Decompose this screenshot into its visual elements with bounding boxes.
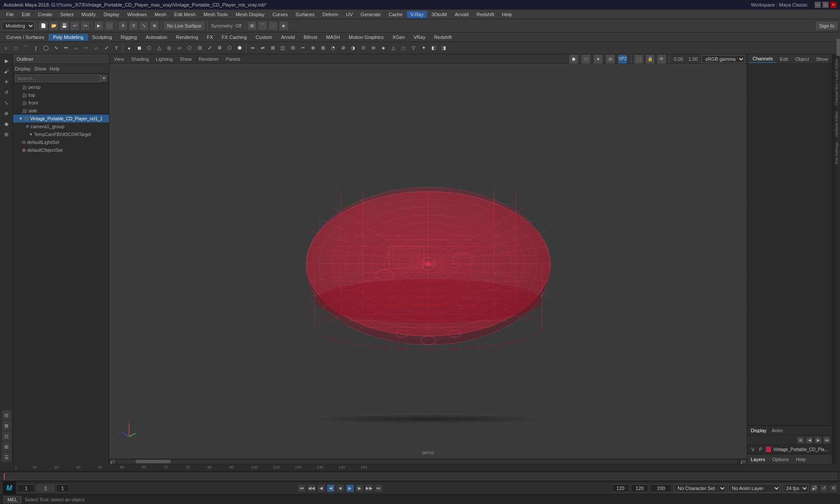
- svg-btn[interactable]: ⬢: [235, 43, 245, 53]
- menu-3dtoall[interactable]: 3DtoAll: [428, 11, 450, 18]
- gear-btn[interactable]: ⚙: [215, 43, 224, 53]
- quick-layout-5[interactable]: ☰: [2, 452, 11, 462]
- sphere-btn[interactable]: ●: [124, 43, 134, 53]
- edge-tab-tool[interactable]: Tool Settings: [833, 140, 840, 168]
- quadrangulate-btn[interactable]: □: [399, 43, 408, 53]
- menu-modify[interactable]: Modify: [78, 11, 99, 18]
- outliner-item-side[interactable]: 🎥 side: [13, 107, 109, 115]
- bridge-btn[interactable]: ⇌: [258, 43, 267, 53]
- offset-btn[interactable]: ⊙: [358, 43, 368, 53]
- snap-grid-btn[interactable]: ⊞: [247, 21, 257, 31]
- play-back-btn[interactable]: ◀: [327, 484, 335, 492]
- gamma-dropdown[interactable]: sRGB gamma: [701, 55, 745, 63]
- tab-poly-modeling[interactable]: Poly Modeling: [49, 34, 88, 41]
- cleanup-btn[interactable]: ✦: [419, 43, 428, 53]
- vp-lock-btn[interactable]: 🔒: [645, 54, 655, 64]
- layer-next-btn[interactable]: ▶: [815, 437, 822, 444]
- menu-vray-badge[interactable]: V-Ray: [407, 11, 427, 18]
- menu-meshdisplay[interactable]: Mesh Display: [232, 11, 268, 18]
- pencil-btn[interactable]: ✏: [61, 43, 71, 53]
- object-tab[interactable]: Object: [791, 56, 812, 63]
- go-to-end-btn[interactable]: ⏭: [375, 484, 383, 492]
- playback-settings-btn[interactable]: ⚙: [830, 484, 837, 492]
- anim-layer-dropdown[interactable]: No Anim Layer: [728, 484, 780, 493]
- show-manip-tool[interactable]: ⊞: [2, 130, 11, 139]
- current-frame-input[interactable]: [37, 484, 54, 492]
- tab-motion-graphics[interactable]: Motion Graphics: [344, 34, 388, 41]
- cube-btn[interactable]: ◼: [134, 43, 144, 53]
- arc-icon-btn[interactable]: ⌒: [21, 43, 31, 53]
- menu-meshtools[interactable]: Mesh Tools: [200, 11, 231, 18]
- hscroll-thumb[interactable]: [136, 460, 171, 463]
- next-frame-btn[interactable]: ▶▶: [365, 484, 373, 492]
- quick-layout-3[interactable]: ⊡: [2, 431, 11, 441]
- timeline-bar[interactable]: [4, 473, 836, 480]
- hscroll-left-btn[interactable]: ‹: [110, 460, 116, 463]
- outliner-item-front[interactable]: 🎥 front: [13, 99, 109, 107]
- mirror-btn[interactable]: ⇔: [248, 43, 257, 53]
- anim-tab[interactable]: Anim: [770, 428, 784, 433]
- timeline-area[interactable]: [0, 472, 840, 481]
- fill-hole-btn[interactable]: ◑: [348, 43, 358, 53]
- tab-mash[interactable]: MASH: [322, 34, 344, 41]
- outliner-item-tempcam[interactable]: ✦ TempCamFBXASC046Target: [13, 130, 109, 138]
- viewport-canvas[interactable]: Y X Z persp: [109, 64, 747, 458]
- cone-btn[interactable]: △: [154, 43, 164, 53]
- select-tool-btn[interactable]: ▶: [94, 21, 104, 31]
- quick-layout-2[interactable]: ⊠: [2, 421, 11, 430]
- layer-v-check[interactable]: V: [750, 446, 756, 452]
- outliner-filter-btn[interactable]: ▾: [100, 75, 107, 82]
- three-point-arc-btn[interactable]: ⌓: [71, 43, 81, 53]
- viewport-show-menu[interactable]: Show: [177, 56, 195, 62]
- channels-tab[interactable]: Channels: [749, 55, 776, 63]
- menu-file[interactable]: File: [3, 11, 18, 18]
- menu-help[interactable]: Help: [499, 11, 516, 18]
- layer-item[interactable]: V P Vintage_Portable_CD_Player: [747, 445, 832, 454]
- tab-rendering[interactable]: Rendering: [172, 34, 203, 41]
- tab-rigging[interactable]: Rigging: [116, 34, 141, 41]
- prev-key-btn[interactable]: ◀: [317, 484, 325, 492]
- redo-btn[interactable]: ↪: [80, 21, 90, 31]
- bezier-icon-btn[interactable]: ∫: [31, 43, 41, 53]
- viewport-panels-menu[interactable]: Panels: [223, 56, 243, 62]
- move-btn[interactable]: ✛: [118, 21, 128, 31]
- mel-mode-btn[interactable]: MEL: [4, 496, 21, 503]
- menu-arnold[interactable]: Arnold: [451, 11, 472, 18]
- plane-btn[interactable]: ▭: [175, 43, 184, 53]
- close-button[interactable]: ✕: [830, 2, 836, 8]
- viewport-renderer-menu[interactable]: Renderer: [196, 56, 221, 62]
- menu-surfaces[interactable]: Surfaces: [292, 11, 318, 18]
- edge-tab-attribute[interactable]: Attribute Editor: [833, 108, 840, 140]
- tab-arnold[interactable]: Arnold: [276, 34, 299, 41]
- undo-btn[interactable]: ↩: [70, 21, 80, 31]
- soft-mod-tool[interactable]: ◉: [2, 119, 11, 129]
- menu-mesh[interactable]: Mesh: [151, 11, 170, 18]
- play-fwd-btn[interactable]: ▶: [346, 484, 354, 492]
- viewport-lighting-menu[interactable]: Lighting: [153, 56, 175, 62]
- rotate-btn[interactable]: ↺: [129, 21, 138, 31]
- collapse-btn[interactable]: ⊘: [338, 43, 348, 53]
- parabola-btn[interactable]: ∩: [91, 43, 101, 53]
- display1-btn[interactable]: ◧: [429, 43, 438, 53]
- go-to-start-btn[interactable]: ⏮: [298, 484, 306, 492]
- menu-select[interactable]: Select: [57, 11, 77, 18]
- display2-btn[interactable]: ◨: [439, 43, 448, 53]
- viewport-shading-menu[interactable]: Shading: [129, 56, 151, 62]
- vp-wireframe-btn[interactable]: □: [581, 54, 591, 64]
- outliner-item-lightset[interactable]: ⊙ defaultLightSet: [13, 138, 109, 146]
- help-subtab[interactable]: Help: [794, 457, 808, 462]
- viewport-hscroll[interactable]: ‹ ›: [109, 458, 747, 464]
- menu-curves[interactable]: Curves: [269, 11, 291, 18]
- edge-tab-channel[interactable]: Channel Box / Layer Editor: [833, 56, 840, 108]
- maximize-button[interactable]: □: [822, 2, 829, 8]
- circle-icon-btn[interactable]: ○: [1, 43, 10, 53]
- helix-btn[interactable]: ⤢: [102, 43, 111, 53]
- new-scene-btn[interactable]: 📄: [38, 21, 48, 31]
- multi-cut-btn[interactable]: ✂: [298, 43, 308, 53]
- menu-editmesh[interactable]: Edit Mesh: [171, 11, 199, 18]
- tab-fx[interactable]: FX: [203, 34, 217, 41]
- lasso-btn[interactable]: ⬚: [105, 21, 114, 31]
- loop-cut-btn[interactable]: ⊟: [288, 43, 298, 53]
- tab-bifrost[interactable]: Bifrost: [299, 34, 322, 41]
- menu-cache[interactable]: Cache: [385, 11, 406, 18]
